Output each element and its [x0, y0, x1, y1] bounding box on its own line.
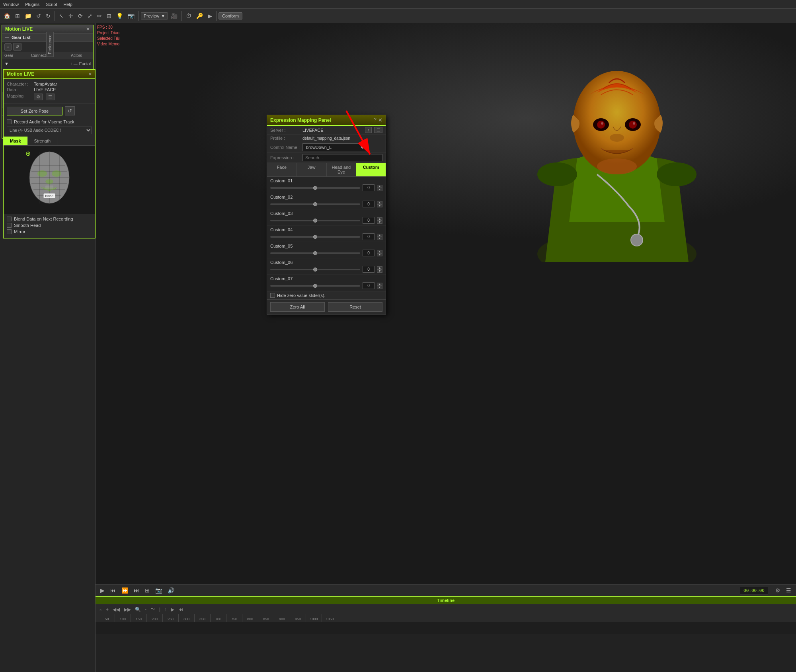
move-btn[interactable]: ✛ — [66, 12, 75, 20]
server-list-btn[interactable]: ☰ — [374, 127, 382, 133]
select-btn[interactable]: ↖ — [57, 12, 66, 20]
bt-barrier-btn[interactable]: | — [158, 606, 162, 613]
zero-pose-refresh-btn[interactable]: ↺ — [65, 106, 75, 115]
custom01-value[interactable]: 0 — [363, 184, 375, 191]
camera2-btn[interactable]: 🎥 — [169, 12, 179, 20]
gear-refresh-btn[interactable]: ↺ — [13, 43, 21, 51]
open-btn[interactable]: 📁 — [23, 12, 33, 20]
tl-end-btn[interactable]: ⏭ — [132, 586, 141, 594]
tab-face[interactable]: Face — [267, 163, 297, 176]
bt-key-btn[interactable]: ⬦ — [98, 606, 103, 613]
custom07-track[interactable] — [270, 285, 360, 287]
custom05-value[interactable] — [363, 250, 375, 256]
timeline-btn[interactable]: ⏱ — [184, 12, 193, 20]
facial-close-icon[interactable]: ✕ — [88, 72, 92, 77]
expression-search[interactable] — [302, 154, 382, 161]
custom06-value[interactable] — [363, 266, 375, 273]
custom04-track[interactable] — [270, 236, 360, 238]
smooth-head-checkbox[interactable] — [7, 223, 12, 228]
custom01-up[interactable]: ▲ — [377, 185, 382, 188]
custom02-down[interactable]: ▼ — [377, 204, 382, 207]
custom06-track[interactable] — [270, 269, 360, 270]
custom03-up[interactable]: ▲ — [377, 217, 382, 221]
bt-wave-btn[interactable]: 〜 — [149, 605, 156, 613]
custom02-up[interactable]: ▲ — [377, 201, 382, 204]
menu-script[interactable]: Script — [46, 2, 57, 7]
expr-panel-close[interactable]: ✕ — [378, 117, 382, 123]
preview-dropdown[interactable]: Preview ▼ — [141, 12, 168, 20]
tl-loop-btn[interactable]: ⊞ — [143, 586, 151, 594]
custom05-up[interactable]: ▲ — [377, 250, 382, 253]
motion-btn[interactable]: ▶ — [206, 12, 214, 20]
home-btn[interactable]: 🏠 — [2, 12, 12, 20]
draw-btn[interactable]: ✏ — [95, 12, 104, 20]
tab-head-eye[interactable]: Head and Eye — [327, 163, 357, 176]
expr-help-icon[interactable]: ? — [374, 117, 377, 123]
bt-rev-btn[interactable]: ⏮ — [177, 606, 184, 613]
gear-collapse-icon[interactable]: — — [5, 35, 9, 40]
facial-add-icon[interactable]: + — — [70, 62, 78, 66]
preference-tab[interactable]: Preference — [46, 32, 54, 57]
keys-btn[interactable]: 🔑 — [194, 12, 205, 20]
custom04-up[interactable]: ▲ — [377, 234, 382, 237]
custom03-down[interactable]: ▼ — [377, 221, 382, 224]
custom07-thumb[interactable] — [313, 284, 317, 288]
rotate-btn[interactable]: ↺ — [34, 12, 43, 20]
custom04-down[interactable]: ▼ — [377, 237, 382, 240]
server-export-btn[interactable]: ↑ — [365, 127, 372, 133]
bt-add-btn[interactable]: + — [105, 606, 110, 613]
bt-play2-btn[interactable]: ▶ — [170, 606, 176, 613]
zero-pose-button[interactable]: Set Zero Pose — [7, 107, 62, 115]
motion-live-close[interactable]: ✕ — [86, 26, 90, 32]
gear-add-btn[interactable]: + — [4, 43, 12, 51]
redo-btn[interactable]: ↻ — [44, 12, 53, 20]
bt-export-btn[interactable]: ↑ — [163, 606, 168, 613]
tl-audio-btn[interactable]: 🔊 — [166, 586, 176, 594]
blend-data-checkbox[interactable] — [7, 217, 12, 221]
custom03-value[interactable] — [363, 217, 375, 224]
custom02-value[interactable] — [363, 201, 375, 207]
tl-play-btn[interactable]: ▶ — [99, 586, 106, 594]
tab-strength[interactable]: Strength — [28, 137, 58, 145]
tl-settings-btn[interactable]: ⚙ — [774, 586, 782, 594]
custom01-track[interactable] — [270, 187, 360, 189]
menu-help[interactable]: Help — [63, 2, 72, 7]
mapping-list-btn[interactable]: ☰ — [46, 94, 55, 100]
tab-mask[interactable]: Mask — [4, 137, 28, 145]
custom07-down[interactable]: ▼ — [377, 286, 382, 289]
control-name-select[interactable]: browDown_L — [302, 143, 366, 151]
audio-device-select[interactable]: Line (4- USB Audio CODEC ! — [7, 127, 92, 134]
bt-next-key-btn[interactable]: ▶▶ — [123, 606, 132, 613]
menu-window[interactable]: Window — [3, 2, 19, 7]
custom07-up[interactable]: ▲ — [377, 283, 382, 286]
custom01-down[interactable]: ▼ — [377, 188, 382, 191]
zero-all-button[interactable]: Zero All — [270, 302, 325, 312]
rotate2-btn[interactable]: ⟳ — [76, 12, 85, 20]
mirror-checkbox[interactable] — [7, 229, 12, 234]
record-audio-checkbox[interactable] — [7, 119, 12, 124]
tl-ff-btn[interactable]: ⏩ — [120, 586, 130, 594]
mapping-icon-btn[interactable]: ⚙ — [34, 94, 43, 100]
tab-jaw[interactable]: Jaw — [297, 163, 327, 176]
hide-zero-checkbox[interactable] — [270, 293, 275, 298]
bt-minus-btn[interactable]: - — [144, 606, 148, 613]
custom06-down[interactable]: ▼ — [377, 270, 382, 273]
custom05-thumb[interactable] — [313, 251, 317, 255]
tl-list-btn[interactable]: ☰ — [784, 586, 793, 594]
bt-zoom-btn[interactable]: 🔍 — [134, 606, 142, 613]
custom03-track[interactable] — [270, 220, 360, 221]
new-btn[interactable]: ⊞ — [13, 12, 22, 20]
custom06-thumb[interactable] — [313, 268, 317, 272]
custom07-value[interactable] — [363, 282, 375, 289]
tl-prev-btn[interactable]: ⏮ — [109, 586, 117, 594]
tab-custom[interactable]: Custom — [356, 163, 386, 176]
custom04-thumb[interactable] — [313, 235, 317, 239]
custom05-down[interactable]: ▼ — [377, 253, 382, 256]
custom01-thumb[interactable] — [313, 186, 317, 190]
reset-button[interactable]: Reset — [328, 302, 382, 312]
scale-btn[interactable]: ⤢ — [86, 12, 94, 20]
custom02-thumb[interactable] — [313, 202, 317, 206]
conform-button[interactable]: Conform — [219, 12, 242, 20]
custom03-thumb[interactable] — [313, 219, 317, 223]
camera-btn[interactable]: 📷 — [126, 12, 137, 20]
